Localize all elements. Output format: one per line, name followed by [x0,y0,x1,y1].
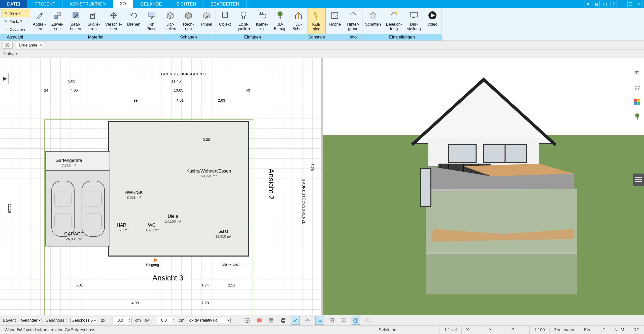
svg-point-13 [314,12,317,15]
darstellen-button[interactable]: Dar- stellen [161,8,179,34]
abgreifen-button[interactable]: Abgrei- fen [30,8,48,34]
lichtquelle-button[interactable]: Licht- quelle ▾ [234,8,253,34]
stack-floors-icon[interactable] [267,316,276,325]
slope-flat-icon[interactable] [303,316,312,325]
layers-3d-icon[interactable]: ≋ [632,68,642,77]
tab-projekt[interactable]: PROJEKT [27,0,63,8]
kamera-button[interactable]: Kame- ra [253,8,271,34]
dim: 3,76 [310,163,315,171]
svg-rect-42 [634,99,637,102]
selekt-button[interactable]: ↖ Selekt [2,9,30,17]
view-2d[interactable]: ▶ GRUNDSTÜCKSGRENZE GRUNDSTÜCKSGRENZE Ga… [0,58,321,315]
tab-gelaende[interactable]: GELÄNDE [133,0,169,8]
svg-rect-45 [637,102,640,105]
room-diele: Diele14,168 m² [165,214,181,223]
view-splitter[interactable] [321,58,323,315]
dialogs-label: Dialoge: [3,51,18,56]
dy-input[interactable] [156,317,172,324]
dy-down[interactable]: ▼ [172,320,175,322]
tab-3d[interactable]: 3D [113,0,133,8]
materials-3d-icon[interactable] [632,97,642,107]
status-uf: UF [595,326,610,334]
tools-icon[interactable]: ✕ [585,1,591,7]
svg-rect-14 [316,15,317,20]
bulb-icon [238,10,249,21]
coord-mode-select[interactable]: dx,dy (relativ ka [188,318,231,323]
kollision-button[interactable]: Kolli- sion [308,8,326,34]
status-unit: Zentimeter [550,326,579,334]
tree-3d-icon[interactable] [632,112,642,121]
pinsel-button[interactable]: Pinsel [197,8,216,34]
dx-down[interactable]: ▼ [128,320,131,322]
grid-icon[interactable] [340,316,348,325]
optionen-button[interactable]: ＋ Optionen [2,25,30,33]
north-icon[interactable]: N [352,316,360,325]
dy-field[interactable]: ▲▼ [156,317,175,324]
walls-icon[interactable] [327,316,336,325]
car-1-icon [49,179,77,239]
rechnen-button[interactable]: Rech- nen [179,8,197,34]
help-icon[interactable]: ? [610,1,617,7]
3d-schnitt-button[interactable]: 3D- Schnitt [289,8,308,34]
flaeche-button[interactable]: Fläche [326,8,344,34]
restore-icon[interactable]: ❐ [627,1,634,7]
selection-view-icon[interactable] [255,316,263,325]
terrain-select[interactable]: Urgelände [16,42,43,48]
3d-bitmap-button[interactable]: 3D- Bitmap [271,8,289,34]
svg-rect-6 [149,12,155,17]
svg-point-16 [395,12,398,14]
dim: 11,18 [8,204,12,213]
svg-point-11 [278,11,283,16]
slope-up-icon[interactable] [291,316,300,325]
plane-icon[interactable] [315,316,324,325]
dim: 4,85 [71,88,78,92]
mark-button[interactable]: ✎ Mark. ▾ [2,17,30,25]
tab-bar: DATEI PROJEKT KONSTRUKTION 3D GELÄNDE SI… [0,0,644,8]
chair-3d-icon[interactable] [632,82,642,92]
dx-field[interactable]: ▲▼ [113,317,132,324]
svg-rect-47 [637,117,638,119]
dim: 4,09 [131,301,139,305]
drehen-button[interactable]: Drehen [125,8,143,34]
floor-plan[interactable]: ▶ GRUNDSTÜCKSGRENZE GRUNDSTÜCKSGRENZE Ga… [0,58,321,315]
geschoss-select[interactable]: Geschoss 5 [70,318,97,323]
layers-titlebar-icon[interactable]: ▦ [593,1,600,7]
tab-bearbeiten[interactable]: BEARBEITEN [204,0,247,8]
eyedropper-icon [33,10,45,21]
skalieren-button[interactable]: Skalie- ren [85,8,103,34]
hintergrund-button[interactable]: Hinter- grund [344,8,362,34]
svg-rect-2 [57,13,61,16]
status-rf: RF [629,326,644,334]
tab-sichten[interactable]: SICHTEN [169,0,204,8]
right-panel-expand[interactable] [633,174,644,186]
tab-konstruktion[interactable]: KONSTRUKTION [63,0,113,8]
window-icon[interactable]: ◫ [602,1,608,7]
svg-rect-17 [410,12,417,17]
beleuchtung-button[interactable]: Beleuch- tung [384,8,404,34]
objekt-button[interactable]: Objekt [216,8,234,34]
schatten-set-button[interactable]: Schatten [362,8,383,34]
zuweisen-button[interactable]: Zuwei- sen [48,8,66,34]
darstellung-button[interactable]: Dar- stellung [404,8,423,34]
verschieben-button[interactable]: Verschie- ben [103,8,125,34]
mark-label: Mark. [10,19,19,23]
selekt-label: Selekt [10,11,20,15]
print-icon[interactable] [279,316,288,325]
close-icon[interactable]: ✕ [636,1,642,7]
dim: 24 [44,88,48,92]
view-3d[interactable]: ≋ [323,58,644,315]
dx-input[interactable] [113,317,128,324]
scene-3d[interactable] [323,58,644,315]
tab-datei[interactable]: DATEI [0,0,27,8]
minimize-icon[interactable]: ─ [619,1,625,7]
info-toggle-icon[interactable]: ⓘ [364,316,372,325]
svg-rect-40 [421,169,431,206]
status-scale: 1:100 [530,326,550,334]
expand-left-panel[interactable]: ▶ [1,73,9,84]
video-button[interactable]: Video [423,8,442,34]
layer-select[interactable]: Geländer [20,318,42,323]
clock-icon[interactable] [243,316,251,325]
hin-pinsel-button[interactable]: Hin. Pinsel [143,8,161,34]
svg-point-0 [41,13,43,15]
bearbeiten-button[interactable]: Bear- beiten [66,8,85,34]
